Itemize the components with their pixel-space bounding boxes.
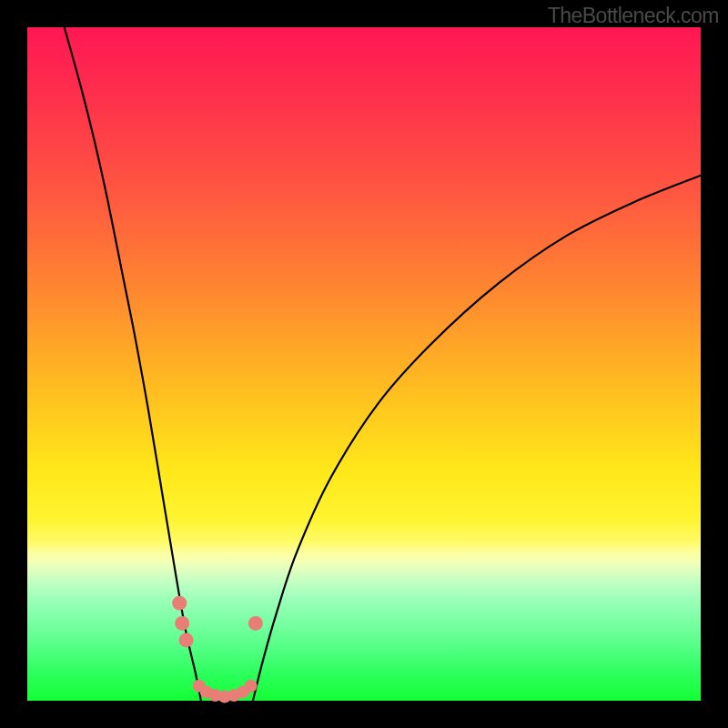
highlight-dot <box>245 680 258 693</box>
highlight-dots-left <box>172 596 193 648</box>
highlight-dot <box>172 596 187 611</box>
highlight-bottom-chain <box>193 680 258 703</box>
watermark-text: TheBottleneck.com <box>548 4 719 28</box>
right-curve <box>253 176 701 701</box>
curves-svg <box>27 27 701 701</box>
highlight-dots-right <box>248 616 263 631</box>
highlight-dot <box>179 632 194 647</box>
highlight-dot <box>175 616 189 631</box>
plot-area <box>27 27 701 701</box>
highlight-dot <box>248 616 263 631</box>
chart-frame: TheBottleneck.com <box>0 0 728 728</box>
